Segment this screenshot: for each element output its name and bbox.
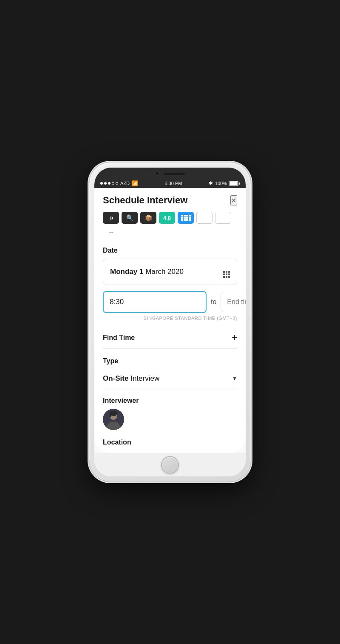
time-separator: to	[211, 298, 216, 306]
phone-device: AZD 📶 5:30 PM ✱ 100%	[89, 162, 251, 482]
toolbar-grid-button[interactable]	[178, 212, 194, 224]
battery-icon	[229, 181, 240, 186]
date-section: Date Monday 1 March 2020	[103, 247, 237, 285]
date-value: Monday 1 March 2020	[110, 268, 184, 276]
rating-label: 4.8	[163, 215, 171, 221]
signal-dot-2	[104, 182, 107, 185]
carrier-label: AZD	[120, 181, 130, 186]
front-camera	[155, 171, 159, 176]
toolbar: » 🔍 📦 4.8	[103, 212, 237, 238]
signal-dots	[100, 182, 118, 185]
date-label: Date	[103, 247, 237, 254]
toolbar-package-button[interactable]: 📦	[140, 212, 156, 224]
find-time-row[interactable]: Find Time +	[103, 327, 237, 349]
arrow-right-icon: →	[107, 228, 115, 237]
type-bold-part: On-Site	[103, 374, 128, 382]
modal-header: Schedule Interview ×	[103, 195, 237, 206]
date-field[interactable]: Monday 1 March 2020	[103, 259, 237, 285]
date-rest-part: March 2020	[143, 268, 184, 276]
location-section: Location	[103, 439, 237, 446]
signal-dot-5	[116, 182, 118, 185]
avatar-image	[103, 409, 124, 430]
package-icon: 📦	[145, 214, 152, 221]
signal-dot-3	[108, 182, 110, 185]
phone-screen: AZD 📶 5:30 PM ✱ 100%	[94, 168, 246, 476]
home-button-area	[94, 453, 246, 476]
toolbar-arrow-button[interactable]: →	[103, 226, 119, 238]
speaker	[164, 173, 185, 175]
signal-dot-4	[112, 182, 114, 185]
toolbar-search-button[interactable]: 🔍	[122, 212, 138, 224]
status-left: AZD 📶	[100, 180, 138, 186]
wifi-icon: 📶	[132, 180, 138, 186]
avatar[interactable]	[103, 409, 124, 430]
home-button[interactable]	[161, 456, 179, 474]
app-container: Schedule Interview × » 🔍 �	[94, 188, 246, 453]
skip-icon: »	[110, 214, 112, 222]
calendar-icon	[223, 266, 230, 278]
type-label: Type	[103, 357, 237, 365]
toolbar-blank-1-button[interactable]	[196, 212, 212, 224]
grid-icon	[181, 215, 191, 221]
type-rest-part: Interview	[128, 374, 159, 382]
modal-title: Schedule Interview	[103, 195, 187, 206]
battery-percent: 100%	[215, 181, 227, 186]
search-icon: 🔍	[126, 214, 133, 221]
toolbar-skip-button[interactable]: »	[103, 212, 119, 224]
bluetooth-icon: ✱	[209, 180, 213, 186]
signal-dot-1	[100, 182, 103, 185]
grid-calendar-icon	[223, 271, 230, 278]
close-button[interactable]: ×	[230, 195, 237, 205]
battery-body	[229, 181, 238, 186]
location-label: Location	[103, 439, 237, 446]
plus-icon: +	[232, 333, 237, 342]
phone-top-hardware	[94, 168, 246, 180]
type-section: Type On-Site Interview ▼	[103, 357, 237, 388]
timezone-label: SINGAPORE STANDARD TIME (GMT+8)	[103, 316, 237, 321]
interviewer-section: Interviewer	[103, 397, 237, 430]
screen-content: Schedule Interview × » 🔍 �	[94, 188, 246, 453]
status-right: ✱ 100%	[209, 180, 240, 186]
find-time-label: Find Time	[103, 334, 135, 342]
start-time-input[interactable]	[103, 291, 207, 313]
svg-rect-5	[110, 413, 111, 417]
interviewer-label: Interviewer	[103, 397, 237, 405]
chevron-down-icon: ▼	[232, 376, 237, 382]
clock-label: 5:30 PM	[164, 181, 182, 186]
type-value: On-Site Interview	[103, 374, 159, 383]
date-bold-part: Monday 1	[110, 268, 143, 276]
toolbar-blank-2-button[interactable]	[215, 212, 231, 224]
type-dropdown[interactable]: On-Site Interview ▼	[103, 369, 237, 388]
time-row: to	[103, 291, 237, 313]
battery-tip	[239, 182, 240, 185]
end-time-input[interactable]	[221, 292, 246, 312]
battery-fill	[230, 182, 238, 185]
status-bar: AZD 📶 5:30 PM ✱ 100%	[94, 180, 246, 188]
toolbar-rating-badge[interactable]: 4.8	[159, 212, 175, 224]
